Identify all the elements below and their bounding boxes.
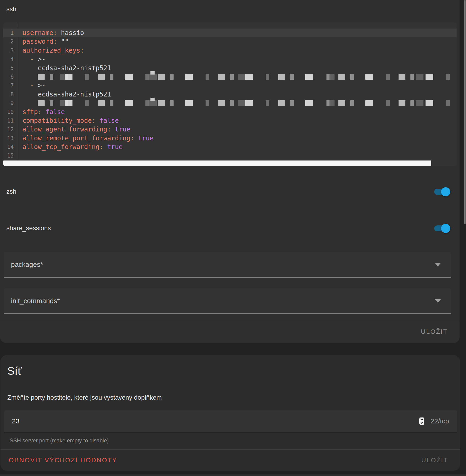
container-port-label: 22/tcp	[430, 417, 449, 425]
zsh-option-row: zsh	[6, 186, 450, 197]
editor-line[interactable]: 7 - >-	[3, 81, 457, 90]
code-text: allow_remote_port_forwarding: true	[16, 134, 153, 143]
code-text: compatibility_mode: false	[16, 116, 119, 125]
zsh-toggle[interactable]	[434, 187, 450, 196]
reset-defaults-button[interactable]: OBNOVIT VÝCHOZÍ HODNOTY	[9, 457, 117, 464]
code-text: - >-	[16, 81, 46, 90]
editor-line[interactable]: 14allow_tcp_forwarding: true	[3, 143, 457, 151]
toggle-knob	[441, 187, 450, 196]
editor-lines: 1username: hassio2password: ""3authorize…	[3, 23, 457, 160]
editor-line[interactable]: 13allow_remote_port_forwarding: true	[3, 134, 457, 143]
editor-line[interactable]: 1username: hassio	[3, 29, 457, 37]
network-description: Změňte porty hostitele, které jsou vysta…	[7, 394, 460, 400]
port-input[interactable]	[12, 417, 419, 425]
redacted-key-blur	[38, 100, 455, 106]
ssh-field-label: ssh	[0, 0, 460, 12]
line-number: 15	[3, 151, 16, 160]
page-scrollbar[interactable]	[464, 0, 466, 476]
line-number: 14	[3, 143, 16, 151]
share-sessions-label: share_sessions	[6, 224, 51, 232]
redacted-key-blur	[38, 74, 455, 80]
code-text: - >-	[16, 55, 46, 64]
editor-line[interactable]: 15	[3, 151, 457, 160]
code-text: username: hassio	[16, 29, 84, 37]
line-number: 8	[3, 90, 16, 99]
stepper-up-button[interactable]	[419, 418, 424, 421]
code-text	[16, 72, 23, 81]
line-number: 13	[3, 134, 16, 143]
code-text: sftp: false	[16, 108, 65, 116]
ssh-port-field: 22/tcp	[4, 410, 457, 432]
line-number: 1	[3, 29, 16, 37]
line-number: 2	[3, 37, 16, 46]
chevron-down-icon	[421, 421, 423, 424]
line-number: 3	[3, 46, 16, 55]
packages-select[interactable]: packages*	[4, 252, 451, 278]
chevron-down-icon	[435, 263, 441, 266]
editor-line[interactable]: 10sftp: false	[3, 108, 457, 116]
line-number: 7	[3, 81, 16, 90]
code-text: ecdsa-sha2-nistp521	[16, 64, 111, 72]
line-number: 11	[3, 116, 16, 125]
page-scrollbar-thumb[interactable]	[464, 0, 466, 224]
stepper-down-button[interactable]	[419, 421, 424, 425]
editor-horizontal-scrollbar[interactable]	[3, 161, 431, 166]
editor-line[interactable]: 11compatibility_mode: false	[3, 116, 457, 125]
toggle-knob	[441, 224, 450, 233]
network-save-button[interactable]: ULOŽIT	[421, 457, 448, 464]
code-text: allow_tcp_forwarding: true	[16, 143, 123, 151]
code-text: password: ""	[16, 37, 69, 46]
code-text: allow_agent_forwarding: true	[16, 125, 130, 134]
port-stepper[interactable]	[419, 418, 424, 425]
line-number: 10	[3, 108, 16, 116]
editor-line[interactable]: 8 ecdsa-sha2-nistp521	[3, 90, 457, 99]
share-sessions-toggle[interactable]	[434, 224, 450, 233]
save-button[interactable]: ULOŽIT	[421, 328, 448, 335]
code-text: authorized_keys:	[16, 46, 84, 55]
yaml-editor[interactable]: 1username: hassio2password: ""3authorize…	[3, 23, 457, 166]
line-number: 6	[3, 72, 16, 81]
editor-line[interactable]: 2password: ""	[3, 37, 457, 46]
next-card-edge	[0, 474, 466, 476]
code-text: ecdsa-sha2-nistp521	[16, 90, 111, 99]
editor-line[interactable]: 9	[3, 99, 457, 107]
chevron-up-icon	[421, 418, 423, 421]
editor-line[interactable]: 3authorized_keys:	[3, 46, 457, 55]
editor-line[interactable]: 6	[3, 72, 457, 81]
network-footer: OBNOVIT VÝCHOZÍ HODNOTY ULOŽIT	[0, 450, 460, 471]
config-footer: ULOŽIT	[0, 321, 460, 342]
addon-config-card: ssh 1username: hassio2password: ""3autho…	[0, 0, 460, 343]
line-number: 9	[3, 99, 16, 107]
network-title: Síť	[0, 355, 460, 376]
line-number: 12	[3, 125, 16, 134]
port-helper-text: SSH server port (make empty to disable)	[10, 437, 460, 443]
line-number: 5	[3, 64, 16, 72]
code-text	[16, 151, 23, 160]
zsh-label: zsh	[6, 188, 16, 195]
chevron-down-icon	[435, 299, 441, 303]
init-commands-select-label: init_commands*	[11, 297, 60, 305]
packages-select-label: packages*	[11, 261, 43, 268]
line-number: 4	[3, 55, 16, 64]
editor-line[interactable]: 5 ecdsa-sha2-nistp521	[3, 64, 457, 72]
code-text	[16, 99, 23, 107]
editor-line[interactable]: 12allow_agent_forwarding: true	[3, 125, 457, 134]
share-sessions-option-row: share_sessions	[6, 223, 450, 233]
network-card: Síť Změňte porty hostitele, které jsou v…	[0, 355, 460, 471]
init-commands-select[interactable]: init_commands*	[4, 288, 451, 314]
editor-line[interactable]: 4 - >-	[3, 55, 457, 64]
